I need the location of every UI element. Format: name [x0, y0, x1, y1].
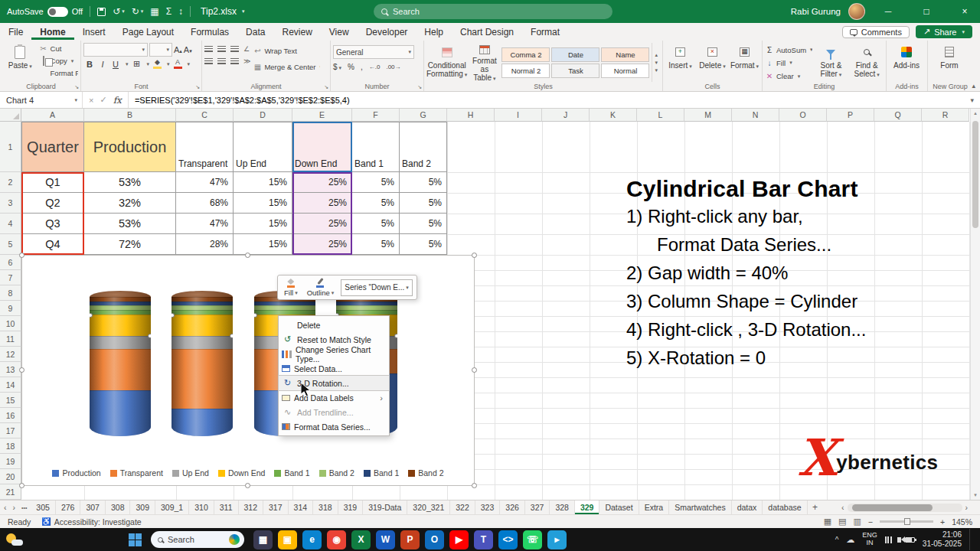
sheet-tab[interactable]: 326	[500, 500, 525, 514]
cell-down-end[interactable]: Down End	[292, 122, 352, 172]
enter-icon[interactable]: ✓	[100, 95, 106, 105]
bar-segment-band-2[interactable]	[90, 305, 151, 310]
cell[interactable]: 68%	[176, 193, 234, 214]
cell[interactable]: 5%	[352, 214, 400, 234]
bar-segment-band-1[interactable]	[172, 302, 233, 306]
cell[interactable]: 53%	[84, 172, 176, 193]
avatar[interactable]	[848, 3, 865, 20]
row-header[interactable]: 11	[0, 331, 21, 347]
sheet-tab[interactable]: 308	[106, 500, 131, 514]
cell[interactable]: 25%	[292, 193, 352, 214]
orientation-icon[interactable]: ∠	[243, 45, 250, 53]
clipboard-dialog-launcher[interactable]: ↘	[74, 84, 79, 90]
cell[interactable]: 5%	[400, 214, 447, 234]
row-header[interactable]: 6	[0, 255, 21, 270]
row-header[interactable]: 2	[0, 172, 21, 193]
legend-item[interactable]: Production	[52, 468, 100, 478]
series-selector-combo[interactable]: Series "Down E... ▾	[341, 279, 413, 296]
taskbar-app-icon[interactable]: O	[425, 530, 444, 549]
font-name-combo[interactable]: ▾	[83, 43, 148, 57]
sheet-tab[interactable]: 314	[289, 500, 314, 514]
format-painter-button[interactable]: Format Painter	[39, 67, 78, 79]
ribbon-tab[interactable]: Developer	[358, 24, 416, 40]
sheet-scroll-right-icon[interactable]: ›	[13, 503, 16, 512]
cell-production[interactable]: Production	[84, 122, 176, 172]
row-header[interactable]: 10	[0, 316, 21, 331]
sheet-tab[interactable]: 320_321	[407, 500, 450, 514]
bar-segment-transparent[interactable]	[90, 349, 151, 390]
context-menu-item[interactable]: Add Trendline...	[279, 405, 389, 419]
sheet-tab[interactable]: 305	[31, 500, 56, 514]
cell-transparent[interactable]: Transparent	[176, 122, 234, 172]
legend-item[interactable]: Band 1	[274, 468, 309, 478]
weather-icon[interactable]	[6, 532, 23, 547]
context-menu-item[interactable]: Delete	[279, 318, 389, 332]
column-header[interactable]: P	[827, 109, 874, 122]
zoom-out-icon[interactable]: −	[868, 517, 873, 527]
bar-segment-band-2[interactable]	[336, 305, 397, 310]
legend-item[interactable]: Up End	[172, 468, 209, 478]
column-header[interactable]: D	[234, 109, 292, 122]
context-menu-item[interactable]: Change Series Chart Type...	[279, 347, 389, 361]
form-button[interactable]: Form	[930, 43, 969, 82]
number-format-combo[interactable]: General▾	[333, 45, 414, 59]
sheet-tab[interactable]: 307	[80, 500, 106, 514]
sheet-tab[interactable]: 328	[550, 500, 575, 514]
bar-segment-band-1[interactable]	[172, 310, 233, 315]
column-header[interactable]: F	[352, 109, 400, 122]
ribbon-tab[interactable]: Data	[237, 24, 273, 40]
redo-button[interactable]: ↻▾	[132, 6, 144, 17]
zoom-knob[interactable]	[904, 518, 910, 525]
taskbar-app-icon[interactable]: P	[400, 530, 420, 549]
chart-handle[interactable]	[19, 367, 24, 373]
cell[interactable]: 15%	[234, 193, 292, 214]
row-header[interactable]: 1	[0, 122, 21, 172]
column-header[interactable]: A	[21, 109, 84, 122]
sheet-tab[interactable]: 319-Data	[363, 500, 407, 514]
column-header[interactable]: J	[542, 109, 590, 122]
cell[interactable]: Q4	[21, 234, 84, 255]
font-size-combo[interactable]: ▾	[149, 43, 172, 57]
page-break-view-icon[interactable]: ▥	[853, 517, 861, 527]
copy-button[interactable]: Copy▾	[39, 55, 78, 67]
cell-style-chip[interactable]: Date	[551, 47, 599, 62]
row-header[interactable]: 8	[0, 285, 21, 301]
increase-decimal-button[interactable]: ←.0	[369, 64, 381, 70]
zoom-slider[interactable]	[880, 520, 933, 523]
column-header[interactable]: H	[447, 109, 495, 122]
collapse-ribbon-icon[interactable]: ▴	[972, 82, 975, 90]
cancel-icon[interactable]: ×	[89, 96, 93, 105]
bar-segment-band-2[interactable]	[172, 297, 233, 302]
column-header[interactable]: M	[684, 109, 732, 122]
cell-quarter[interactable]: Quarter	[21, 122, 84, 172]
normal-view-icon[interactable]: ▦	[824, 517, 831, 527]
bar-segment-band-1[interactable]	[90, 302, 151, 306]
chart-handle[interactable]	[245, 483, 250, 488]
row-header[interactable]: 13	[0, 362, 21, 377]
bar-segment-band-1[interactable]	[336, 302, 397, 306]
legend-item[interactable]: Down End	[218, 468, 265, 478]
row-header[interactable]: 12	[0, 347, 21, 362]
sort-filter-button[interactable]: Sort & Filter▾	[815, 43, 848, 82]
cell[interactable]: 5%	[352, 172, 400, 193]
row-header[interactable]: 20	[0, 469, 21, 484]
autosave-toggle[interactable]: AutoSave Off	[7, 7, 83, 17]
cell[interactable]: 32%	[84, 193, 176, 214]
row-header[interactable]: 19	[0, 454, 21, 469]
row-header[interactable]: 17	[0, 423, 21, 439]
ribbon-tab[interactable]: Page Layout	[114, 24, 182, 40]
alignment-dialog-launcher[interactable]: ↘	[324, 84, 328, 90]
qat-sort-icon[interactable]: ↕	[178, 6, 183, 17]
ribbon-tab[interactable]: Insert	[74, 24, 114, 40]
close-button[interactable]: ×	[949, 0, 980, 23]
context-menu-item[interactable]: Format Data Series...	[279, 419, 389, 434]
hscroll-left-icon[interactable]: ‹	[841, 503, 844, 512]
clear-button[interactable]: ✕Clear▾	[765, 71, 812, 82]
cell[interactable]: 47%	[176, 214, 234, 234]
ribbon-tab[interactable]: Chart Design	[452, 24, 522, 40]
cut-button[interactable]: ✂Cut	[39, 43, 78, 54]
italic-button[interactable]: I	[98, 60, 107, 69]
taskbar-app-icon[interactable]: ▦	[253, 530, 273, 549]
legend-item[interactable]: Band 2	[319, 468, 354, 478]
align-bottom-icon[interactable]	[230, 46, 239, 52]
